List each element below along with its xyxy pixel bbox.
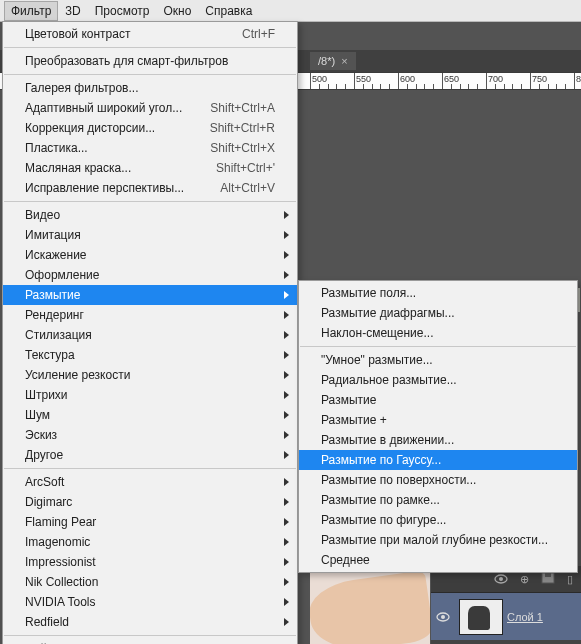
- blur-submenu-item[interactable]: Размытие по поверхности...: [299, 470, 577, 490]
- ruler-label: 800: [576, 74, 581, 84]
- tab-label: /8*): [318, 55, 335, 67]
- chevron-right-icon: [284, 391, 289, 399]
- blur-submenu-item[interactable]: Размытие +: [299, 410, 577, 430]
- chevron-right-icon: [284, 498, 289, 506]
- filter-menu-item[interactable]: Найти фильтры в Интернете...: [3, 639, 297, 644]
- menubar-item-справка[interactable]: Справка: [198, 1, 259, 21]
- filter-menu-item[interactable]: Другое: [3, 445, 297, 465]
- filter-menu-item[interactable]: Цветовой контрастCtrl+F: [3, 24, 297, 44]
- blur-submenu-item[interactable]: Размытие по Гауссу...: [299, 450, 577, 470]
- filter-menu-item[interactable]: Текстура: [3, 345, 297, 365]
- menu-item-label: Размытие поля...: [321, 286, 555, 300]
- close-icon[interactable]: ×: [341, 55, 347, 67]
- menu-item-label: Размытие по Гауссу...: [321, 453, 555, 467]
- menu-item-label: Размытие диафрагмы...: [321, 306, 555, 320]
- blur-submenu-item[interactable]: Наклон-смещение...: [299, 323, 577, 343]
- filter-menu-item[interactable]: NVIDIA Tools: [3, 592, 297, 612]
- filter-menu-item[interactable]: Преобразовать для смарт-фильтров: [3, 51, 297, 71]
- menu-item-shortcut: Shift+Ctrl+X: [210, 141, 275, 155]
- canvas-image-bottom: [310, 568, 430, 644]
- chevron-right-icon: [284, 371, 289, 379]
- filter-menu-item[interactable]: Стилизация: [3, 325, 297, 345]
- menu-item-shortcut: Shift+Ctrl+R: [210, 121, 275, 135]
- menu-separator: [300, 346, 576, 347]
- blur-submenu-item[interactable]: Размытие диафрагмы...: [299, 303, 577, 323]
- filter-menu-item[interactable]: Flaming Pear: [3, 512, 297, 532]
- filter-menu-item[interactable]: Имитация: [3, 225, 297, 245]
- chevron-right-icon: [284, 291, 289, 299]
- layer-row[interactable]: Слой 1: [431, 592, 581, 640]
- blur-submenu-item[interactable]: Среднее: [299, 550, 577, 570]
- chevron-right-icon: [284, 271, 289, 279]
- delete-icon[interactable]: ▯: [567, 573, 573, 586]
- filter-menu-item[interactable]: Усиление резкости: [3, 365, 297, 385]
- filter-menu-item[interactable]: Оформление: [3, 265, 297, 285]
- chevron-right-icon: [284, 311, 289, 319]
- blur-submenu-item[interactable]: Размытие при малой глубине резкости...: [299, 530, 577, 550]
- filter-menu-item[interactable]: Масляная краска...Shift+Ctrl+': [3, 158, 297, 178]
- blur-submenu-item[interactable]: Размытие по фигуре...: [299, 510, 577, 530]
- filter-menu-item[interactable]: Коррекция дисторсии...Shift+Ctrl+R: [3, 118, 297, 138]
- menu-item-label: NVIDIA Tools: [25, 595, 275, 609]
- link-icon[interactable]: ⊕: [520, 573, 529, 586]
- menu-item-label: Адаптивный широкий угол...: [25, 101, 210, 115]
- menu-item-shortcut: Alt+Ctrl+V: [220, 181, 275, 195]
- filter-menu-item[interactable]: Видео: [3, 205, 297, 225]
- layer-thumbnail[interactable]: [459, 599, 503, 635]
- menu-item-label: Имитация: [25, 228, 275, 242]
- layer-visibility-icon[interactable]: [431, 612, 455, 622]
- chevron-right-icon: [284, 211, 289, 219]
- filter-menu-item[interactable]: Пластика...Shift+Ctrl+X: [3, 138, 297, 158]
- menu-item-label: Пластика...: [25, 141, 210, 155]
- save-icon[interactable]: [541, 572, 555, 586]
- filter-menu-item[interactable]: Impressionist: [3, 552, 297, 572]
- filter-menu-item[interactable]: Размытие: [3, 285, 297, 305]
- menu-item-label: Масляная краска...: [25, 161, 216, 175]
- filter-menu: Цветовой контрастCtrl+FПреобразовать для…: [2, 21, 298, 644]
- blur-submenu-item[interactable]: Размытие по рамке...: [299, 490, 577, 510]
- filter-menu-item[interactable]: Исправление перспективы...Alt+Ctrl+V: [3, 178, 297, 198]
- visibility-icon[interactable]: [494, 574, 508, 584]
- menu-item-label: Шум: [25, 408, 275, 422]
- menu-separator: [4, 468, 296, 469]
- filter-menu-item[interactable]: Адаптивный широкий угол...Shift+Ctrl+A: [3, 98, 297, 118]
- menu-item-label: Видео: [25, 208, 275, 222]
- blur-submenu-item[interactable]: Размытие: [299, 390, 577, 410]
- blur-submenu-item[interactable]: Радиальное размытие...: [299, 370, 577, 390]
- chevron-right-icon: [284, 251, 289, 259]
- filter-menu-item[interactable]: Redfield: [3, 612, 297, 632]
- menubar-item-3d[interactable]: 3D: [58, 1, 87, 21]
- menu-item-label: Digimarc: [25, 495, 275, 509]
- filter-menu-item[interactable]: Imagenomic: [3, 532, 297, 552]
- filter-menu-item[interactable]: Штрихи: [3, 385, 297, 405]
- chevron-right-icon: [284, 478, 289, 486]
- chevron-right-icon: [284, 411, 289, 419]
- menubar-item-фильтр[interactable]: Фильтр: [4, 1, 58, 21]
- filter-menu-item[interactable]: Nik Collection: [3, 572, 297, 592]
- document-tab[interactable]: /8*) ×: [310, 52, 356, 70]
- menu-item-label: Галерея фильтров...: [25, 81, 275, 95]
- layer-name[interactable]: Слой 1: [507, 611, 543, 623]
- filter-menu-item[interactable]: Искажение: [3, 245, 297, 265]
- menubar-item-просмотр[interactable]: Просмотр: [88, 1, 157, 21]
- menubar: Фильтр3DПросмотрОкноСправка: [0, 0, 581, 22]
- blur-submenu-item[interactable]: "Умное" размытие...: [299, 350, 577, 370]
- filter-menu-item[interactable]: Шум: [3, 405, 297, 425]
- blur-submenu-item[interactable]: Размытие поля...: [299, 283, 577, 303]
- filter-menu-item[interactable]: Галерея фильтров...: [3, 78, 297, 98]
- menu-item-label: "Умное" размытие...: [321, 353, 555, 367]
- menu-item-label: Среднее: [321, 553, 555, 567]
- ruler-label: 750: [532, 74, 547, 84]
- menu-item-label: Размытие по фигуре...: [321, 513, 555, 527]
- filter-menu-item[interactable]: Эскиз: [3, 425, 297, 445]
- menu-separator: [4, 201, 296, 202]
- menu-separator: [4, 47, 296, 48]
- filter-menu-item[interactable]: ArcSoft: [3, 472, 297, 492]
- chevron-right-icon: [284, 578, 289, 586]
- menu-item-label: Радиальное размытие...: [321, 373, 555, 387]
- ruler-label: 600: [400, 74, 415, 84]
- blur-submenu-item[interactable]: Размытие в движении...: [299, 430, 577, 450]
- menubar-item-окно[interactable]: Окно: [156, 1, 198, 21]
- filter-menu-item[interactable]: Рендеринг: [3, 305, 297, 325]
- filter-menu-item[interactable]: Digimarc: [3, 492, 297, 512]
